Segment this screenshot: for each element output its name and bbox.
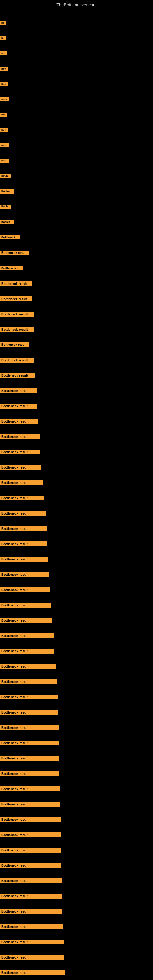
bottleneck-label: Bottleneck result xyxy=(0,327,33,332)
bottleneck-row: Bottleneck result xyxy=(0,312,153,317)
bottleneck-label: Bottleneck result xyxy=(0,404,37,409)
bottleneck-label: Bottlen xyxy=(0,189,14,194)
bottleneck-row: Bottleneck result xyxy=(0,388,153,393)
bottleneck-row: Bottleneck result xyxy=(0,940,153,945)
bottleneck-row: Bottlen xyxy=(0,220,153,224)
bottleneck-label: Bottleneck result xyxy=(0,710,58,715)
bottleneck-row: Bo xyxy=(0,21,153,25)
bottleneck-label: Bottleneck result xyxy=(0,817,61,822)
bottleneck-row: Bottleneck result xyxy=(0,281,153,286)
bottleneck-row: Bottleneck result xyxy=(0,327,153,332)
bottleneck-row: Bottleneck result xyxy=(0,970,153,975)
bottleneck-label: Bottleneck result xyxy=(0,633,54,638)
bottleneck-row: Bottleneck result xyxy=(0,465,153,470)
bottleneck-row: Bottleneck result xyxy=(0,848,153,853)
bottleneck-label: Bottleneck result xyxy=(0,511,46,516)
bottleneck-row: Bottleneck resu xyxy=(0,342,153,347)
bottleneck-row: Bottleneck result xyxy=(0,802,153,807)
bottleneck-row: Bottleneck result xyxy=(0,511,153,516)
bottleneck-row: Bottleneck result xyxy=(0,649,153,654)
site-title: TheBottlenecker.com xyxy=(0,0,153,9)
bottleneck-label: Bottleneck result xyxy=(0,955,64,960)
bottleneck-row: Bottleneck result xyxy=(0,725,153,730)
bottleneck-row: Bottleneck result xyxy=(0,863,153,868)
bottleneck-label: Bottl xyxy=(0,97,9,101)
bottleneck-label: Bottleneck result xyxy=(0,924,63,929)
bottleneck-label: Bottleneck result xyxy=(0,388,37,393)
bottleneck-row: Bottleneck result xyxy=(0,894,153,899)
bottleneck-label: Bottleneck result xyxy=(0,863,61,868)
bottleneck-label: Bottleneck result xyxy=(0,557,48,562)
bottleneck-label: Bottleneck result xyxy=(0,296,32,301)
bottleneck-row: Bottleneck result xyxy=(0,358,153,363)
bottleneck-row: Bottleneck result xyxy=(0,419,153,424)
bottleneck-label: Bottlen xyxy=(0,220,14,224)
bottleneck-label: Bottleneck result xyxy=(0,541,48,546)
bottleneck-label: Bottleneck result xyxy=(0,832,61,837)
bottleneck-label: Bottleneck result xyxy=(0,572,49,577)
bottleneck-row: Bottleneck result xyxy=(0,296,153,301)
bottleneck-label: Bott xyxy=(0,67,8,71)
bottleneck-label: Bottleneck result xyxy=(0,725,59,730)
bottleneck-label: Bottle xyxy=(0,174,11,178)
bottleneck-label: Bottleneck r xyxy=(0,266,23,270)
bottleneck-label: Bo xyxy=(0,36,5,40)
bottleneck-row: Bottleneck result xyxy=(0,404,153,409)
bottleneck-row: Bot xyxy=(0,51,153,56)
bottleneck-label: Bott xyxy=(0,82,8,86)
bottleneck-label: Bottleneck result xyxy=(0,618,52,623)
bottleneck-row: Bottleneck result xyxy=(0,832,153,837)
bottleneck-label: Bottleneck result xyxy=(0,740,59,745)
bottleneck-row: Bottleneck result xyxy=(0,817,153,822)
bottleneck-row: Bottleneck result xyxy=(0,786,153,791)
bottleneck-label: Bot xyxy=(0,113,7,117)
bottleneck-label: Bottleneck result xyxy=(0,756,59,761)
bottleneck-row: Bottle xyxy=(0,205,153,208)
bottleneck-label: Bottleneck result xyxy=(0,450,40,455)
bottleneck-label: Bottleneck result xyxy=(0,909,62,914)
bottleneck-label: Bottleneck result xyxy=(0,771,59,776)
bottleneck-label: Bottle xyxy=(0,205,11,208)
bottleneck-row: Bottleneck result xyxy=(0,878,153,883)
bottleneck-label: Bottleneck result xyxy=(0,480,43,485)
bottleneck-row: Bottleneck resu xyxy=(0,250,153,255)
bottleneck-label: Bottleneck result xyxy=(0,465,41,470)
bottleneck-row: Bot xyxy=(0,113,153,117)
bottleneck-row: Bottleneck result xyxy=(0,603,153,608)
bottleneck-row: Bottleneck result xyxy=(0,480,153,485)
bottleneck-label: Bottleneck result xyxy=(0,358,33,363)
bottleneck-label: Bottleneck result xyxy=(0,649,54,654)
bottleneck-row: Bottleneck result xyxy=(0,679,153,684)
bottleneck-label: Bottleneck result xyxy=(0,419,38,424)
bottleneck-label: Bottleneck result xyxy=(0,802,60,807)
bottleneck-row: Bottleneck r xyxy=(0,266,153,270)
bottleneck-row: Bott xyxy=(0,82,153,86)
bottleneck-row: Bottleneck result xyxy=(0,924,153,929)
bottleneck-row: Bott xyxy=(0,143,153,147)
bottleneck-row: Bottleneck result xyxy=(0,572,153,577)
bottleneck-label: Bottleneck resu xyxy=(0,342,29,347)
bottleneck-label: Bottleneck result xyxy=(0,970,65,975)
bottleneck-row: Bottleneck result xyxy=(0,909,153,914)
bottleneck-row: Bottleneck result xyxy=(0,740,153,745)
bottleneck-row: Bottleneck result xyxy=(0,373,153,378)
bottleneck-label: Bottleneck result xyxy=(0,587,51,592)
bottleneck-label: Bottleneck result xyxy=(0,894,62,899)
bottleneck-row: Bottleneck result xyxy=(0,695,153,700)
bottleneck-label: Bottleneck result xyxy=(0,281,32,286)
bottleneck-row: Bottlen xyxy=(0,189,153,194)
bottleneck-row: Bottleneck result xyxy=(0,633,153,638)
bottleneck-label: Bottleneck result xyxy=(0,940,64,945)
bottleneck-label: Bott xyxy=(0,143,9,147)
bottleneck-row: Bottleneck result xyxy=(0,618,153,623)
bottleneck-label: Bottleneck result xyxy=(0,603,51,608)
bottleneck-label: Bottleneck result xyxy=(0,786,60,791)
bottleneck-label: Bottleneck result xyxy=(0,434,40,439)
bottleneck-row: Bottleneck result xyxy=(0,541,153,546)
bottleneck-label: Bot xyxy=(0,51,7,56)
bottleneck-label: Bott xyxy=(0,128,8,132)
bottleneck-row: Bottle xyxy=(0,174,153,178)
bottleneck-row: Bott xyxy=(0,67,153,71)
bottleneck-row: Bott xyxy=(0,159,153,162)
bottleneck-label: Bottleneck result xyxy=(0,878,62,883)
